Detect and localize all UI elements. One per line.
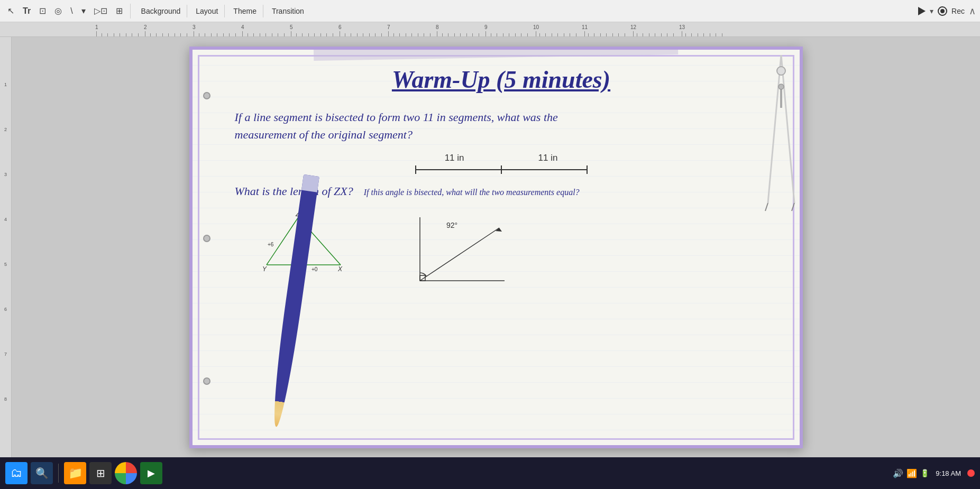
video-tool-icon[interactable]: ▷⊡ (91, 4, 111, 18)
ruler-line-minor (168, 33, 169, 36)
add-tool-icon[interactable]: ⊞ (113, 4, 126, 18)
line-tool-icon[interactable]: \ (67, 4, 76, 18)
ruler-mark-minor (369, 33, 370, 36)
ruler-mark-minor (150, 33, 151, 36)
ruler-mark-minor (515, 33, 516, 36)
ruler-mark-minor (716, 33, 716, 36)
svg-point-21 (777, 67, 785, 75)
ruler-mark-minor (235, 33, 236, 36)
play-icon[interactable] (918, 7, 926, 15)
ruler-line-minor (126, 33, 126, 36)
ruler-label: 12 (630, 25, 636, 30)
ruler-mark-minor (497, 33, 497, 36)
ruler-mark-minor (472, 33, 473, 36)
svg-point-22 (778, 84, 784, 89)
taskbar-app-icon[interactable]: ▶ (140, 462, 162, 484)
image-tool-icon[interactable]: ⊡ (36, 4, 49, 18)
ruler-line-minor (509, 33, 509, 36)
question1-line1: If a line segment is bisected to form tw… (235, 110, 558, 124)
cursor-icon[interactable]: ↖ (4, 4, 17, 18)
ruler-line-minor (430, 33, 431, 36)
question2: What is the length of ZX? (235, 184, 353, 198)
ruler-line-minor (655, 33, 655, 36)
taskbar-volume-icon: 📶 (906, 468, 917, 478)
taskbar-windows-icon[interactable]: ⊞ (89, 462, 112, 484)
ruler-mark-minor (594, 33, 594, 36)
toolbar-right: ▾ Rec ∧ (918, 5, 976, 17)
ruler-inner: 12345678910111213 (0, 22, 980, 36)
ruler-line-minor (649, 33, 649, 36)
ruler-mark: 3 (193, 25, 196, 36)
ruler-line-major (194, 31, 194, 36)
ruler-line-minor (320, 33, 321, 36)
ruler-mark-minor (661, 33, 662, 36)
ruler-line-minor (217, 33, 217, 36)
ruler-line-minor (625, 33, 625, 36)
ruler-left-mark: 7 (0, 352, 11, 357)
ruler-mark-minor (253, 33, 254, 36)
ruler-mark-minor (132, 33, 132, 36)
ruler-mark-minor (217, 33, 217, 36)
ruler-line-minor (612, 33, 613, 36)
segment-label2: 11 in (538, 153, 558, 163)
ruler-line-minor (120, 33, 120, 36)
ruler-left-mark: 8 (0, 396, 11, 402)
ruler-line-major (242, 31, 243, 36)
ruler-mark-minor (618, 33, 619, 36)
ruler-line-minor (418, 33, 418, 36)
ruler-mark-minor (448, 33, 448, 36)
ruler-mark-minor (120, 33, 120, 36)
ruler-line-major (96, 31, 97, 36)
ruler-mark: 9 (484, 25, 488, 36)
ruler-left-mark: 5 (0, 262, 11, 267)
rec-button[interactable] (938, 6, 947, 16)
svg-text:X: X (337, 265, 343, 273)
ruler-left-mark: 2 (0, 127, 11, 132)
dropdown-icon[interactable]: ▾ (78, 4, 89, 18)
ruler-mark-minor (265, 33, 266, 36)
ruler-mark: 5 (290, 25, 293, 36)
ruler-mark-minor (649, 33, 649, 36)
taskbar-search-icon[interactable]: 🔍 (31, 462, 53, 484)
ruler-mark-minor (320, 33, 321, 36)
taskbar-folder-icon[interactable]: 📁 (64, 462, 86, 484)
ruler-label: 3 (193, 25, 196, 30)
ruler-line-minor (326, 33, 327, 36)
shape-tool-icon[interactable]: ◎ (51, 4, 65, 18)
text-tool-icon[interactable]: Tr (20, 4, 34, 18)
ruler-mark-minor (552, 33, 552, 36)
ruler-mark-minor (326, 33, 327, 36)
ruler-left-mark: 6 (0, 307, 11, 312)
taskbar-chrome-icon[interactable] (115, 462, 137, 484)
ruler-mark-minor (691, 33, 692, 36)
ruler-line-minor (199, 33, 199, 36)
transition-menu[interactable]: Transition (265, 5, 310, 17)
ruler-line-minor (138, 33, 139, 36)
ruler-mark-minor (521, 33, 521, 36)
ruler-mark-minor (314, 33, 315, 36)
dropdown-play-icon[interactable]: ▾ (930, 7, 933, 15)
ruler-line-major (340, 31, 340, 36)
ruler-line-minor (576, 33, 576, 36)
theme-menu[interactable]: Theme (227, 5, 263, 17)
close-icon[interactable]: ∧ (969, 5, 976, 17)
ruler-line-minor (248, 33, 248, 36)
ruler-line-minor (521, 33, 521, 36)
ruler-mark-minor (399, 33, 400, 36)
ruler-line-major (486, 31, 486, 36)
slide-title: Warm-Up (5 minutes) (235, 66, 768, 94)
taskbar-files-icon[interactable]: 🗂 (5, 462, 28, 484)
ruler-line-minor (460, 33, 461, 36)
ruler-line-minor (424, 33, 424, 36)
background-menu[interactable]: Background (135, 5, 188, 17)
layout-menu[interactable]: Layout (189, 5, 225, 17)
ruler-mark-minor (229, 33, 230, 36)
ruler-mark-minor (625, 33, 625, 36)
taskbar-right: 🔊 📶 🔋 9:18 AM (893, 468, 975, 478)
rec-label[interactable]: Rec (951, 7, 965, 15)
ruler-mark-minor (545, 33, 546, 36)
rec-inner-icon (940, 9, 945, 13)
ruler-line-minor (545, 33, 546, 36)
ruler-line-major (437, 31, 437, 36)
ruler-line-minor (265, 33, 266, 36)
